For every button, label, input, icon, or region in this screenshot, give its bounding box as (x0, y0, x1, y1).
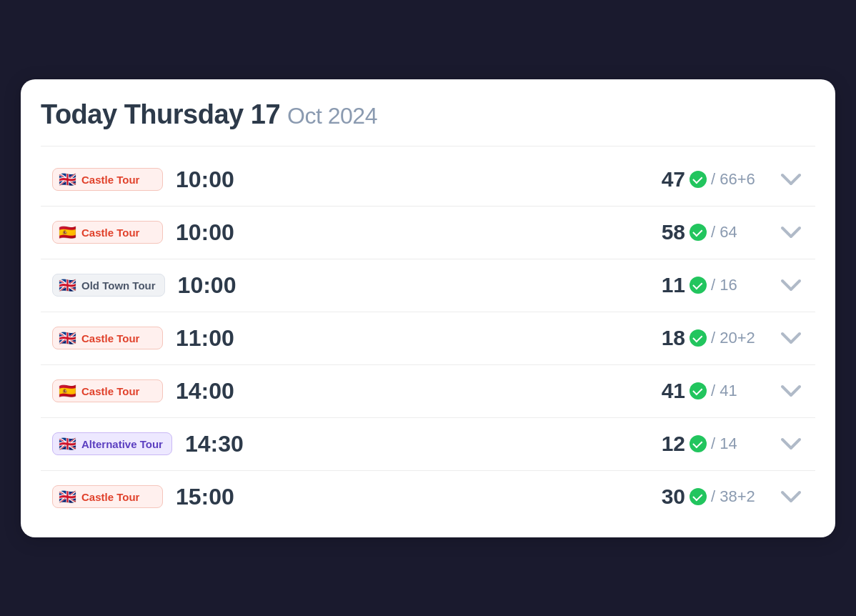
flag-icon-3: 🇬🇧 (59, 331, 76, 345)
flag-icon-1: 🇪🇸 (59, 225, 76, 239)
chevron-down-icon-4 (780, 383, 802, 399)
check-icon-6 (690, 488, 707, 505)
count-main-3: 18 (662, 326, 685, 350)
badge-label-1: Castle Tour (81, 227, 139, 239)
expand-button-2[interactable] (774, 274, 808, 296)
header: Today Thursday 17 Oct 2024 (41, 99, 815, 146)
count-main-2: 11 (662, 273, 685, 297)
day-label: Thursday 17 (124, 99, 280, 129)
count-section-3: 18 / 20+2 (632, 326, 761, 350)
chevron-down-icon-6 (780, 489, 802, 505)
chevron-down-icon-0 (780, 172, 802, 187)
flag-icon-2: 🇬🇧 (59, 278, 76, 292)
expand-button-6[interactable] (774, 486, 808, 507)
tour-row: 🇬🇧 Castle Tour 10:00 47 / 66+6 (41, 154, 815, 207)
check-icon-1 (690, 224, 707, 241)
badge-label-0: Castle Tour (81, 174, 139, 186)
tour-time-1: 10:00 (176, 219, 254, 246)
chevron-down-icon-2 (780, 277, 802, 293)
tour-row: 🇪🇸 Castle Tour 14:00 41 / 41 (41, 365, 815, 418)
tour-list: 🇬🇧 Castle Tour 10:00 47 / 66+6 🇪🇸 Castle… (41, 154, 815, 523)
count-total-0: / 66+6 (711, 170, 761, 189)
count-total-2: / 16 (711, 276, 761, 294)
tour-badge-2[interactable]: 🇬🇧 Old Town Tour (52, 274, 165, 297)
flag-icon-0: 🇬🇧 (59, 172, 76, 187)
header-title: Today Thursday 17 Oct 2024 (41, 99, 377, 129)
expand-button-5[interactable] (774, 433, 808, 454)
count-total-1: / 64 (711, 223, 761, 242)
badge-label-5: Alternative Tour (81, 438, 163, 450)
count-total-3: / 20+2 (711, 329, 761, 347)
tour-time-2: 10:00 (178, 272, 257, 299)
count-main-5: 12 (662, 432, 685, 456)
tour-badge-3[interactable]: 🇬🇧 Castle Tour (52, 327, 163, 349)
count-main-0: 47 (662, 167, 685, 192)
tour-badge-6[interactable]: 🇬🇧 Castle Tour (52, 485, 163, 508)
tour-time-5: 14:30 (185, 431, 264, 457)
tour-badge-0[interactable]: 🇬🇧 Castle Tour (52, 168, 163, 191)
chevron-down-icon-5 (780, 436, 802, 452)
tour-badge-4[interactable]: 🇪🇸 Castle Tour (52, 379, 163, 402)
expand-button-0[interactable] (774, 169, 808, 190)
badge-label-2: Old Town Tour (81, 279, 156, 292)
count-section-2: 11 / 16 (632, 273, 761, 297)
count-main-1: 58 (662, 220, 685, 244)
tour-time-6: 15:00 (176, 484, 254, 510)
badge-label-4: Castle Tour (81, 385, 139, 397)
flag-icon-5: 🇬🇧 (59, 437, 76, 451)
count-total-4: / 41 (711, 382, 761, 400)
expand-button-4[interactable] (774, 380, 808, 402)
flag-icon-4: 🇪🇸 (59, 384, 76, 398)
check-icon-5 (690, 435, 707, 452)
tour-time-3: 11:00 (176, 325, 254, 352)
count-main-6: 30 (662, 485, 685, 509)
count-total-5: / 14 (711, 434, 761, 453)
check-icon-3 (690, 329, 707, 347)
count-total-6: / 38+2 (711, 487, 761, 506)
tour-row: 🇬🇧 Castle Tour 15:00 30 / 38+2 (41, 471, 815, 523)
tour-badge-1[interactable]: 🇪🇸 Castle Tour (52, 221, 163, 244)
expand-button-3[interactable] (774, 327, 808, 349)
today-label: Today (41, 99, 117, 129)
main-card: Today Thursday 17 Oct 2024 🇬🇧 Castle Tou… (21, 79, 835, 537)
expand-button-1[interactable] (774, 222, 808, 243)
tour-badge-5[interactable]: 🇬🇧 Alternative Tour (52, 432, 172, 455)
badge-label-6: Castle Tour (81, 491, 139, 503)
check-icon-0 (690, 171, 707, 188)
count-section-5: 12 / 14 (632, 432, 761, 456)
chevron-down-icon-1 (780, 224, 802, 240)
count-main-4: 41 (662, 379, 685, 403)
tour-time-4: 14:00 (176, 378, 254, 404)
tour-row: 🇬🇧 Castle Tour 11:00 18 / 20+2 (41, 312, 815, 365)
count-section-1: 58 / 64 (632, 220, 761, 244)
tour-row: 🇬🇧 Old Town Tour 10:00 11 / 16 (41, 259, 815, 312)
tour-time-0: 10:00 (176, 167, 254, 193)
check-icon-4 (690, 382, 707, 399)
badge-label-3: Castle Tour (81, 332, 139, 344)
count-section-4: 41 / 41 (632, 379, 761, 403)
tour-row: 🇬🇧 Alternative Tour 14:30 12 / 14 (41, 418, 815, 471)
flag-icon-6: 🇬🇧 (59, 490, 76, 504)
month-label: Oct 2024 (287, 103, 377, 129)
count-section-0: 47 / 66+6 (632, 167, 761, 192)
count-section-6: 30 / 38+2 (632, 485, 761, 509)
check-icon-2 (690, 277, 707, 294)
tour-row: 🇪🇸 Castle Tour 10:00 58 / 64 (41, 207, 815, 259)
chevron-down-icon-3 (780, 330, 802, 346)
